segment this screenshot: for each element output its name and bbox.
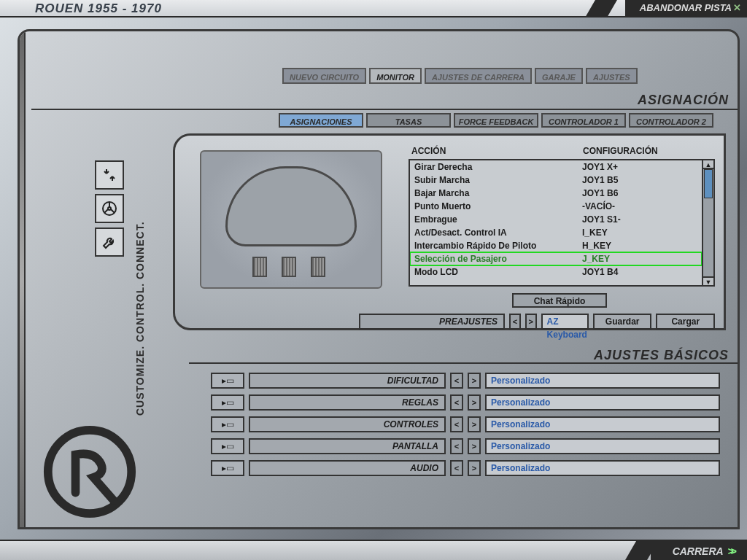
expand-button[interactable]: ▸▭ (211, 460, 244, 476)
subtab-controlador-1[interactable]: CONTROLADOR 1 (541, 113, 626, 128)
col-action: ACCIÓN (411, 146, 583, 156)
preset-next-button[interactable]: > (525, 314, 537, 330)
basic-value[interactable]: Personalizado (485, 373, 720, 389)
subtab-controlador-2[interactable]: CONTROLADOR 2 (629, 113, 713, 128)
binding-action: Bajar Marcha (414, 188, 582, 198)
binding-row[interactable]: Subir MarchaJOY1 B5 (410, 174, 702, 187)
subtab-asignaciones[interactable]: ASIGNACIONES (279, 113, 363, 128)
scroll-thumb[interactable] (704, 169, 713, 198)
preset-prev-button[interactable]: < (509, 314, 521, 330)
scrollbar[interactable]: ▲ ▼ (702, 160, 713, 285)
binding-config: -VACÍO- (582, 201, 615, 211)
section-asignacion-title: ASIGNACIÓN (638, 91, 729, 109)
sidebar-tools-button[interactable] (95, 228, 124, 257)
binding-row[interactable]: Intercambio Rápido De PilotoH_KEY (410, 239, 702, 252)
cockpit-preview (200, 150, 382, 289)
sidebar-controls-button[interactable] (95, 194, 124, 223)
prev-button[interactable]: < (450, 416, 463, 432)
tab-monitor[interactable]: MONITOR (369, 68, 422, 84)
track-title: ROUEN 1955 - 1970 (35, 0, 162, 18)
bindings-list: Girar DerechaJOY1 X+Subir MarchaJOY1 B5B… (409, 159, 715, 287)
abandon-track-button[interactable]: ABANDONAR PISTA✕ (625, 0, 747, 18)
close-icon: ✕ (733, 2, 741, 13)
binding-action: Modo LCD (414, 267, 582, 277)
svg-point-1 (108, 207, 111, 210)
basic-row: ▸▭PANTALLA<>Personalizado (211, 438, 720, 454)
sidebar-tagline: CUSTOMIZE. CONTROL. CONNECT. (134, 160, 146, 416)
next-button[interactable]: > (468, 438, 481, 454)
binding-config: JOY1 B6 (582, 188, 618, 198)
divider (189, 362, 738, 364)
col-config: CONFIGURACIÓN (583, 146, 712, 156)
prev-button[interactable]: < (450, 394, 463, 411)
binding-config: JOY1 S1- (582, 214, 621, 225)
binding-action: Intercambio Rápido De Piloto (414, 241, 582, 251)
binding-row[interactable]: Punto Muerto-VACÍO- (410, 200, 702, 213)
svg-point-2 (48, 430, 131, 513)
basic-value[interactable]: Personalizado (485, 460, 720, 476)
chat-rapido-button[interactable]: Chat Rápido (512, 293, 607, 308)
basic-label: DIFICULTAD (249, 373, 446, 389)
expand-button[interactable]: ▸▭ (211, 438, 244, 454)
game-logo-icon (42, 424, 137, 519)
prev-button[interactable]: < (450, 438, 463, 454)
prev-button[interactable]: < (450, 373, 463, 389)
next-button[interactable]: > (468, 460, 481, 476)
binding-row[interactable]: Selección de PasajeroJ_KEY (410, 252, 702, 265)
pedal-icon (282, 257, 296, 277)
scroll-down-icon[interactable]: ▼ (703, 276, 713, 285)
bindings-panel: ACCIÓN CONFIGURACIÓN Girar DerechaJOY1 X… (409, 146, 715, 287)
basic-row: ▸▭CONTROLES<>Personalizado (211, 416, 720, 432)
binding-config: JOY1 B4 (582, 267, 618, 277)
subtab-tasas[interactable]: TASAS (366, 113, 451, 128)
binding-row[interactable]: Modo LCDJOY1 B4 (410, 265, 702, 279)
binding-row[interactable]: Act/Desact. Control IAI_KEY (410, 226, 702, 239)
binding-action: Subir Marcha (414, 175, 582, 185)
tab-garaje[interactable]: GARAJE (535, 68, 583, 84)
next-button[interactable]: > (468, 416, 481, 432)
sub-tabs: ASIGNACIONES TASAS FORCE FEEDBACK CONTRO… (279, 113, 713, 128)
tab-nuevo-circuito[interactable]: NUEVO CIRCUITO (282, 68, 366, 84)
tab-ajustes[interactable]: AJUSTES (586, 68, 638, 84)
save-button[interactable]: Guardar (593, 314, 652, 330)
scroll-up-icon[interactable]: ▲ (703, 160, 713, 169)
carrera-button[interactable]: CARRERA>> (651, 541, 747, 560)
binding-action: Embrague (414, 214, 582, 225)
binding-action: Selección de Pasajero (414, 254, 582, 264)
expand-button[interactable]: ▸▭ (211, 416, 244, 432)
binding-action: Act/Desact. Control IA (414, 228, 582, 238)
binding-action: Punto Muerto (414, 201, 582, 211)
carrera-label: CARRERA (673, 545, 724, 557)
binding-config: J_KEY (582, 254, 610, 264)
next-button[interactable]: > (468, 373, 481, 389)
preset-value[interactable]: AZ Keyboard (541, 314, 589, 330)
basic-value[interactable]: Personalizado (485, 438, 720, 454)
basic-row: ▸▭DIFICULTAD<>Personalizado (211, 373, 720, 389)
basic-value[interactable]: Personalizado (485, 416, 720, 432)
sidebar-transfer-button[interactable] (95, 160, 124, 190)
basic-label: PANTALLA (249, 438, 446, 454)
binding-row[interactable]: EmbragueJOY1 S1- (410, 213, 702, 226)
basic-label: CONTROLES (249, 416, 446, 432)
binding-row[interactable]: Bajar MarchaJOY1 B6 (410, 187, 702, 200)
main-tabs: NUEVO CIRCUITO MONITOR AJUSTES DE CARRER… (282, 68, 638, 84)
tab-ajustes-carrera[interactable]: AJUSTES DE CARRERA (425, 68, 532, 84)
next-button[interactable]: > (468, 394, 481, 411)
assignments-card: ACCIÓN CONFIGURACIÓN Girar DerechaJOY1 X… (173, 133, 726, 330)
basic-value[interactable]: Personalizado (485, 394, 720, 411)
abandon-label: ABANDONAR PISTA (640, 2, 732, 13)
binding-action: Girar Derecha (414, 162, 582, 172)
binding-config: JOY1 X+ (582, 162, 618, 172)
prev-button[interactable]: < (450, 460, 463, 476)
wrench-icon (101, 233, 118, 251)
basic-row: ▸▭AUDIO<>Personalizado (211, 460, 720, 476)
steering-wheel-icon (101, 200, 118, 217)
binding-row[interactable]: Girar DerechaJOY1 X+ (410, 160, 702, 174)
section-basicos-title: AJUSTES BÁSICOS (594, 346, 729, 364)
basic-label: AUDIO (249, 460, 446, 476)
subtab-force-feedback[interactable]: FORCE FEEDBACK (454, 113, 538, 128)
load-button[interactable]: Cargar (656, 314, 715, 330)
chevron-right-icon: >> (728, 545, 734, 557)
expand-button[interactable]: ▸▭ (211, 394, 244, 411)
expand-button[interactable]: ▸▭ (211, 373, 244, 389)
